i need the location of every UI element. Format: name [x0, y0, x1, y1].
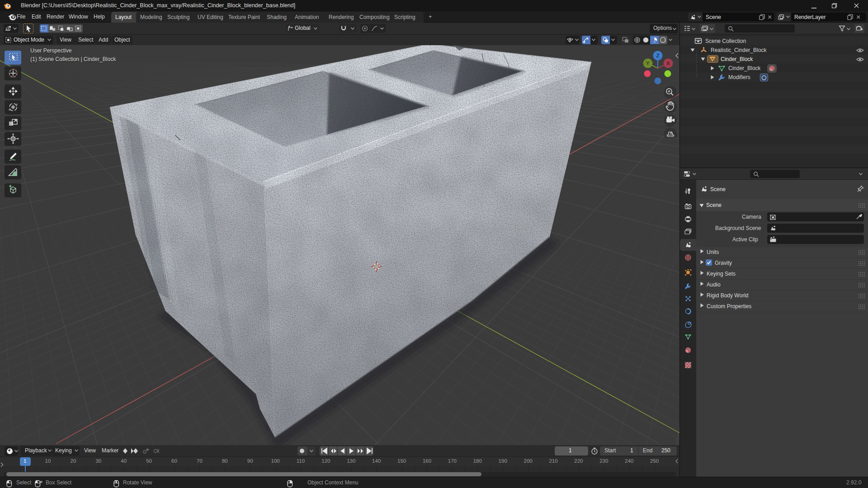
svg-text:Y: Y: [646, 61, 650, 66]
svg-text:Z: Z: [656, 53, 660, 58]
svg-text:X: X: [666, 61, 670, 66]
